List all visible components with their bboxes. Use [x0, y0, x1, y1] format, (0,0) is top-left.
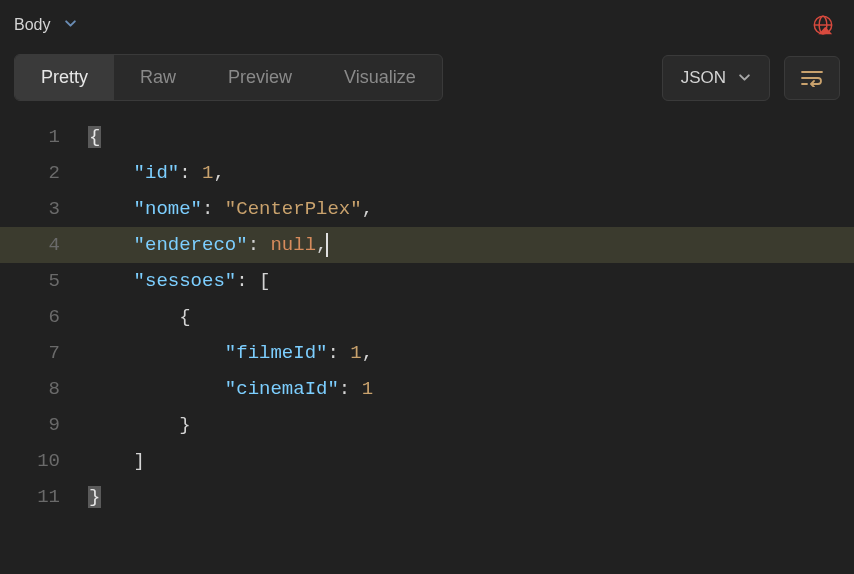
- line-number: 6: [0, 299, 88, 335]
- text-cursor: [326, 233, 328, 257]
- code-line-9: }: [88, 407, 854, 443]
- code-line-11: }: [88, 479, 854, 515]
- code-line-6: {: [88, 299, 854, 335]
- line-number: 9: [0, 407, 88, 443]
- tab-raw[interactable]: Raw: [114, 55, 202, 100]
- line-number: 8: [0, 371, 88, 407]
- code-line-7: "filmeId": 1,: [88, 335, 854, 371]
- chevron-down-icon[interactable]: [64, 16, 77, 34]
- tab-visualize[interactable]: Visualize: [318, 55, 442, 100]
- format-select-value: JSON: [681, 68, 726, 88]
- tab-preview[interactable]: Preview: [202, 55, 318, 100]
- code-line-10: ]: [88, 443, 854, 479]
- code-line-4: "endereco": null,: [88, 227, 854, 263]
- response-body-editor[interactable]: 1 { 2 "id": 1, 3 "nome": "CenterPlex", 4…: [0, 119, 854, 515]
- line-number: 4: [0, 227, 88, 263]
- line-number: 10: [0, 443, 88, 479]
- tab-pretty[interactable]: Pretty: [15, 55, 114, 100]
- code-line-3: "nome": "CenterPlex",: [88, 191, 854, 227]
- code-line-1: {: [88, 119, 854, 155]
- line-number: 5: [0, 263, 88, 299]
- code-line-5: "sessoes": [: [88, 263, 854, 299]
- view-tabs: Pretty Raw Preview Visualize: [14, 54, 443, 101]
- section-label[interactable]: Body: [14, 16, 50, 34]
- code-line-2: "id": 1,: [88, 155, 854, 191]
- code-line-8: "cinemaId": 1: [88, 371, 854, 407]
- wrap-lines-button[interactable]: [784, 56, 840, 100]
- line-number: 3: [0, 191, 88, 227]
- line-number: 7: [0, 335, 88, 371]
- network-warning-icon[interactable]: [812, 14, 834, 36]
- wrap-lines-icon: [801, 69, 823, 87]
- format-select[interactable]: JSON: [662, 55, 770, 101]
- line-number: 1: [0, 119, 88, 155]
- line-number: 2: [0, 155, 88, 191]
- line-number: 11: [0, 479, 88, 515]
